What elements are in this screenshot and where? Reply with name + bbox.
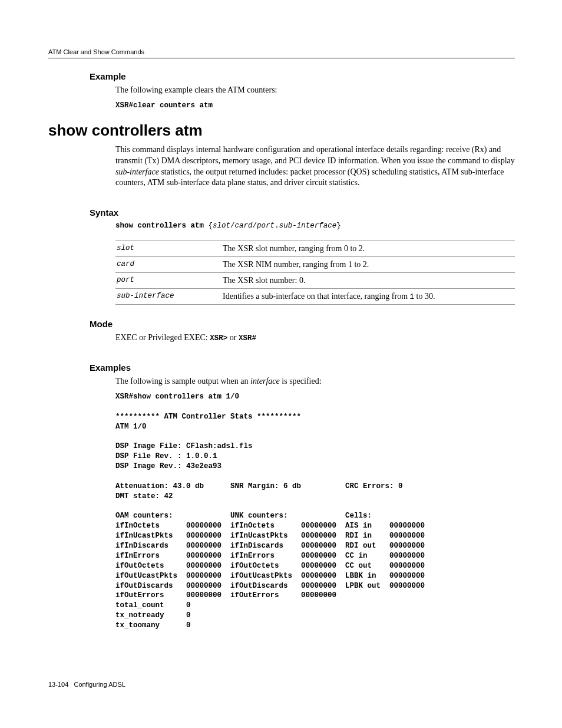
examples-intro: The following is sample output when an i…	[115, 376, 515, 387]
cmd-desc-pre: This command displays internal hardware …	[115, 145, 515, 165]
examples-intro-pre: The following is sample output when an	[115, 377, 250, 386]
syntax-cmd: show controllers atm	[115, 222, 204, 230]
footer-title: Configuring ADSL	[74, 681, 125, 688]
example-intro: The following example clears the ATM cou…	[115, 85, 515, 96]
heading-example: Example	[90, 71, 515, 81]
mode-prompt1: XSR>	[210, 334, 227, 342]
examples-intro-post: is specified:	[282, 377, 321, 386]
running-header: ATM Clear and Show Commands	[48, 48, 515, 58]
examples-output: XSR#show controllers atm 1/0 ********** …	[115, 392, 515, 631]
params-table: slot The XSR slot number, ranging from 0…	[115, 241, 515, 305]
examples-intro-em: interface	[250, 377, 280, 386]
param-desc-post: to 30.	[416, 292, 435, 301]
table-row: port The XSR slot number: 0.	[115, 273, 515, 289]
table-row: slot The XSR slot number, ranging from 0…	[115, 241, 515, 257]
page-footer: 13-104 Configuring ADSL	[48, 681, 125, 688]
param-name: card	[115, 257, 222, 273]
syntax-line: show controllers atm {slot/card/port.sub…	[115, 221, 515, 231]
syntax-arg-card: card	[235, 222, 253, 230]
command-title: show controllers atm	[48, 121, 515, 140]
param-desc: The XSR slot number: 0.	[222, 273, 515, 289]
footer-page: 13-104	[48, 681, 68, 688]
param-name: port	[115, 273, 222, 289]
param-desc: The XSR NIM number, ranging from 1 to 2.	[222, 257, 515, 273]
mode-text: EXEC or Privileged EXEC: XSR> or XSR#	[115, 332, 515, 344]
heading-examples: Examples	[90, 363, 515, 373]
mode-prompt2: XSR#	[239, 334, 256, 342]
mode-or: or	[230, 333, 239, 342]
command-desc: This command displays internal hardware …	[115, 144, 515, 189]
param-desc-code: 1	[410, 293, 415, 301]
table-row: sub-interface Identifies a sub-interface…	[115, 289, 515, 305]
param-desc-pre: Identifies a sub-interface on that inter…	[223, 292, 408, 301]
syntax-arg-port: port	[257, 222, 275, 230]
param-desc: The XSR slot number, ranging from 0 to 2…	[222, 241, 515, 257]
table-row: card The XSR NIM number, ranging from 1 …	[115, 257, 515, 273]
param-name: slot	[115, 241, 222, 257]
heading-mode: Mode	[90, 319, 515, 329]
mode-body: EXEC or Privileged EXEC:	[115, 333, 210, 342]
syntax-arg-subif: sub-interface	[279, 222, 337, 230]
syntax-arg-slot: slot	[213, 222, 230, 230]
param-name: sub-interface	[115, 289, 222, 305]
example-code: XSR#clear counters atm	[115, 101, 515, 111]
cmd-desc-em: sub-interface	[115, 167, 159, 176]
heading-syntax: Syntax	[90, 207, 515, 218]
cmd-desc-post: statistics, the output returned includes…	[115, 167, 504, 187]
